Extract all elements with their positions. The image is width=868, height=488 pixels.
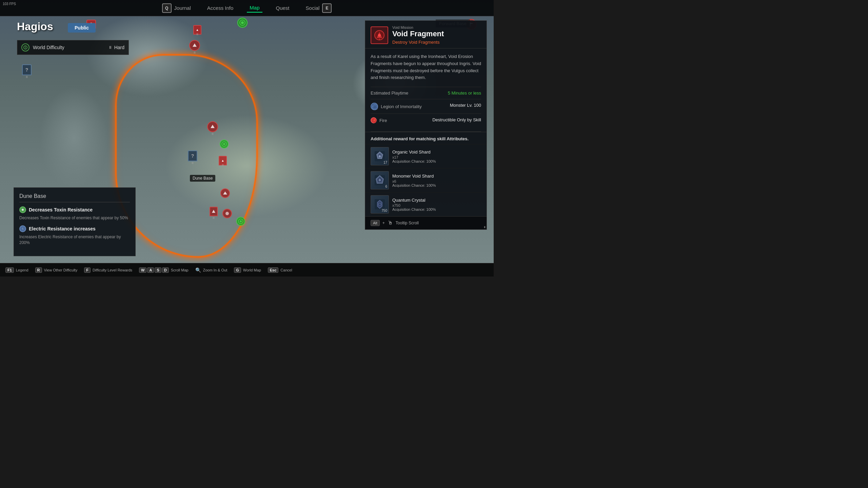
electric-effect-desc: Increases Electric Resistance of enemies…: [19, 234, 130, 246]
map-marker-green2[interactable]: [220, 140, 229, 148]
wasd-keys: W A S D: [139, 267, 169, 273]
organic-chance: Acquisition Chance: 100%: [392, 159, 481, 163]
nav-items: Journal Access Info Map Quest Social: [172, 3, 322, 13]
toxin-effect-desc: Decreases Toxin Resistance of enemies th…: [19, 215, 130, 221]
monomer-qty: x6: [392, 179, 481, 183]
monomer-shard-icon: 6: [371, 171, 389, 189]
mission-header: ⏸ Void Mission Void Fragment Destroy Voi…: [365, 21, 487, 48]
map-marker-red4[interactable]: II: [210, 207, 218, 220]
mission-description: As a result of Karel using the Ironheart…: [371, 53, 481, 81]
key-g: G: [234, 267, 241, 273]
toxin-effect-icon: [19, 206, 26, 213]
key-r: R: [35, 267, 42, 273]
rewards-header: Additional reward for matching skill Att…: [365, 132, 487, 144]
dune-effect-electric: Electric Resistance increases Increases …: [19, 225, 130, 246]
fps-counter: 103 FPS: [3, 2, 16, 6]
monomer-chance: Acquisition Chance: 100%: [392, 183, 481, 187]
mission-subtitle: Destroy Void Fragments: [392, 40, 444, 45]
element-row: Fire Destructible Only by Skill: [371, 114, 481, 127]
key-f1: F1: [5, 267, 14, 273]
nav-item-access-info[interactable]: Access Info: [204, 4, 236, 12]
legion-icon: [371, 103, 378, 110]
organic-qty: x17: [392, 155, 481, 159]
mission-body: As a result of Karel using the Ironheart…: [365, 48, 487, 131]
rewards-label: Difficulty Level Rewards: [93, 268, 132, 272]
legion-stat: Monster Lv. 100: [450, 103, 481, 108]
legion-row: Legion of Immortality Monster Lv. 100: [371, 99, 481, 114]
map-marker-red5[interactable]: [222, 209, 232, 218]
top-navigation: 103 FPS Q Journal Access Info Map Quest …: [0, 0, 494, 16]
svg-marker-12: [212, 210, 215, 213]
mission-scroll-area[interactable]: As a result of Karel using the Ironheart…: [365, 48, 487, 216]
zoom-label: Zoom In & Out: [203, 268, 228, 272]
quantum-crystal-info: Quantum Crystal x750 Acquisition Chance:…: [392, 198, 481, 211]
svg-point-4: [241, 21, 244, 24]
map-marker-red2[interactable]: II: [207, 121, 218, 136]
hint-world-map: G World Map: [234, 267, 261, 273]
svg-point-11: [240, 220, 242, 222]
difficulty-icon: [21, 43, 29, 52]
playtime-value: 5 Minutes or less: [448, 90, 481, 96]
nav-item-journal[interactable]: Journal: [172, 4, 194, 12]
svg-point-22: [378, 34, 381, 37]
quantum-chance: Acquisition Chance: 100%: [392, 207, 481, 211]
toxin-effect-name: Decreases Toxin Resistance: [29, 207, 93, 212]
nav-key-left[interactable]: Q: [162, 3, 172, 13]
monomer-shard-info: Monomer Void Shard x6 Acquisition Chance…: [392, 174, 481, 187]
nav-item-social[interactable]: Social: [303, 4, 322, 12]
organic-shard-icon: 17: [371, 147, 389, 165]
legend-label: Legend: [16, 268, 28, 272]
hint-legend: F1 Legend: [5, 267, 28, 273]
zoom-icon: 🔍: [195, 267, 201, 273]
void-border: [115, 54, 258, 258]
map-marker-question2[interactable]: ? II: [188, 150, 197, 165]
dune-effect-toxin: Decreases Toxin Resistance Decreases Tox…: [19, 206, 130, 221]
mission-panel: ⏸ Void Mission Void Fragment Destroy Voi…: [365, 20, 487, 230]
difficulty-label: View Other Difficulty: [44, 268, 78, 272]
public-badge[interactable]: Public: [68, 23, 96, 33]
hint-cancel: Esc Cancel: [268, 267, 292, 273]
map-marker-flag1[interactable]: ▲ II: [193, 25, 201, 35]
tooltip-scroll-hint: Alt + 🖱 Tooltip Scroll: [365, 216, 487, 229]
svg-point-30: [379, 155, 381, 157]
map-marker-red1[interactable]: II: [189, 40, 200, 54]
hint-rewards: F Difficulty Level Rewards: [84, 267, 132, 273]
nav-key-right[interactable]: E: [322, 3, 332, 13]
hint-zoom: 🔍 Zoom In & Out: [195, 267, 228, 273]
reward-item-monomer: 6 Monomer Void Shard x6 Acquisition Chan…: [365, 168, 487, 192]
tooltip-scroll-label: Tooltip Scroll: [396, 221, 419, 225]
key-esc: Esc: [268, 267, 279, 273]
scroll-icon: 🖱: [388, 220, 393, 226]
fire-icon: [371, 117, 377, 123]
region-name: Hagios: [17, 20, 53, 33]
map-marker-green1[interactable]: [237, 18, 248, 28]
nav-item-map[interactable]: Map: [247, 3, 262, 13]
organic-count: 17: [383, 161, 387, 164]
nav-item-quest[interactable]: Quest: [273, 4, 292, 12]
bottom-bar: F1 Legend R View Other Difficulty F Diff…: [0, 263, 494, 277]
difficulty-panel: World Difficulty ⏸ Hard: [17, 40, 129, 55]
reward-item-quantum: 750 Quantum Crystal x750 Acquisition Cha…: [365, 192, 487, 216]
scroll-map-label: Scroll Map: [171, 268, 189, 272]
map-marker-green3[interactable]: [236, 217, 245, 226]
mission-name: Void Fragment: [392, 29, 444, 38]
hint-difficulty: R View Other Difficulty: [35, 267, 78, 273]
element-stat: Destructible Only by Skill: [432, 117, 481, 122]
svg-marker-19: [22, 227, 23, 230]
world-map-label: World Map: [243, 268, 261, 272]
map-marker-question1[interactable]: ? II: [22, 64, 32, 79]
playtime-row: Estimated Playtime 5 Minutes or less: [371, 87, 481, 99]
legion-label: Legion of Immortality: [381, 104, 422, 109]
svg-marker-25: [373, 105, 377, 109]
quantum-crystal-icon: 750: [371, 195, 389, 214]
map-marker-flag2[interactable]: ▲ II: [219, 156, 227, 165]
key-f: F: [84, 267, 91, 273]
svg-marker-7: [223, 191, 227, 195]
electric-effect-name: Electric Resistance increases: [29, 226, 96, 231]
svg-marker-5: [193, 43, 197, 47]
svg-marker-6: [211, 125, 215, 128]
dune-base-title: Dune Base: [19, 193, 130, 202]
dune-base-panel: Dune Base Decreases Toxin Resistance Dec…: [14, 187, 136, 256]
dune-base-map-label: Dune Base: [190, 175, 215, 182]
map-marker-red3[interactable]: [220, 188, 230, 198]
